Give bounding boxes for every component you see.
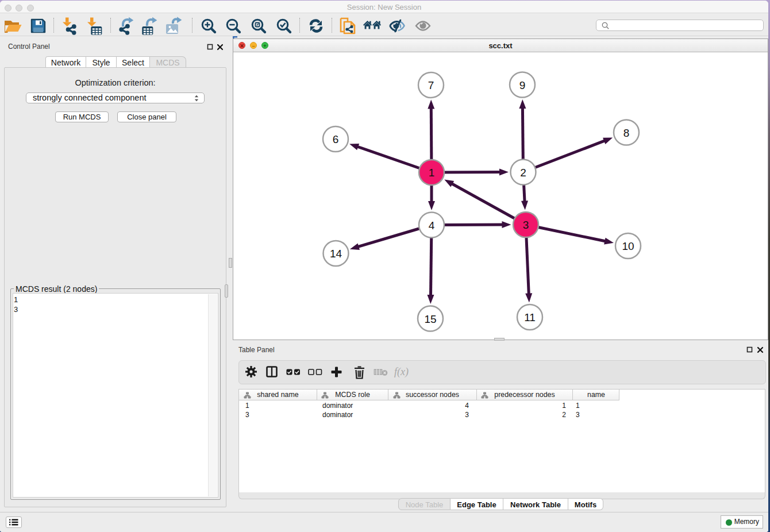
svg-text:1: 1 — [429, 167, 435, 179]
svg-text:14: 14 — [330, 248, 342, 260]
svg-text:2: 2 — [520, 167, 526, 179]
svg-text:6: 6 — [333, 133, 339, 145]
svg-text:15: 15 — [424, 313, 436, 325]
svg-text:9: 9 — [519, 79, 526, 91]
svg-text:4: 4 — [429, 219, 435, 232]
svg-text:8: 8 — [623, 127, 630, 139]
svg-text:7: 7 — [428, 79, 434, 91]
svg-text:3: 3 — [523, 219, 529, 231]
svg-text:11: 11 — [524, 311, 536, 323]
svg-text:10: 10 — [622, 240, 634, 252]
